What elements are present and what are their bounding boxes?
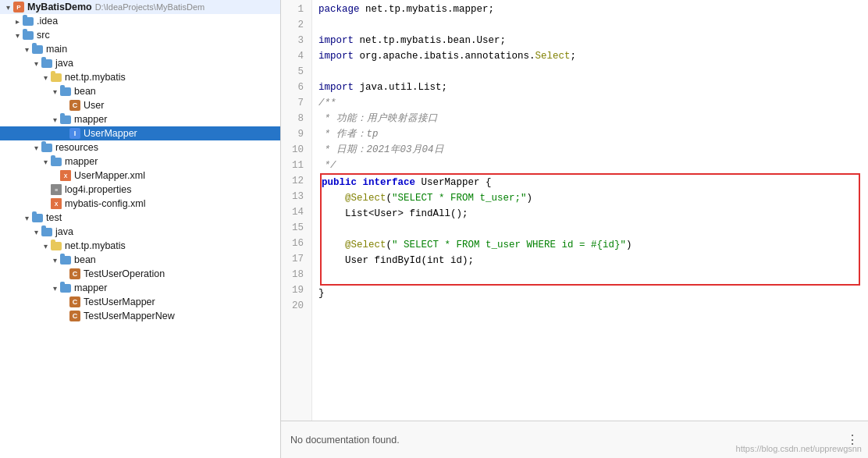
sidebar-item-mapper[interactable]: ▾mapper bbox=[0, 112, 280, 126]
code-line-17: User findById(int id); bbox=[322, 253, 859, 268]
sidebar-item-mybatis_config[interactable]: Xmybatis-config.xml bbox=[0, 197, 280, 211]
sidebar-item-UserMapper_xml[interactable]: XUserMapper.xml bbox=[0, 169, 280, 183]
tree-arrow-java: ▾ bbox=[31, 59, 41, 68]
item-label-net_tp_mybatis_test: net.tp.mybatis bbox=[65, 240, 126, 251]
sidebar-item-mapper_test[interactable]: ▾mapper bbox=[0, 281, 280, 295]
line-number-7: 7 bbox=[281, 95, 307, 111]
item-label-TestUserMapperNew: TestUserMapperNew bbox=[84, 311, 175, 321]
sidebar-item-resources[interactable]: ▾resources bbox=[0, 140, 280, 154]
sidebar-item-TestUserMapperNew[interactable]: CTestUserMapperNew bbox=[0, 309, 280, 323]
sidebar-item-test_java[interactable]: ▾java bbox=[0, 225, 280, 239]
line-numbers: 1234567891011121314151617181920 bbox=[281, 0, 312, 421]
item-label-test_java: java bbox=[55, 226, 73, 237]
code-line-18 bbox=[322, 268, 859, 284]
item-label-mapper_test: mapper bbox=[74, 282, 107, 293]
line-number-10: 10 bbox=[281, 142, 307, 158]
line-number-1: 1 bbox=[281, 2, 307, 17]
folder-blue-icon bbox=[59, 254, 72, 266]
line-number-2: 2 bbox=[281, 17, 307, 33]
sidebar-item-root[interactable]: ▾PMyBatisDemoD:\IdeaProjects\MyBatisDem bbox=[0, 0, 280, 14]
tree-arrow-mapper_res: ▾ bbox=[41, 158, 50, 166]
item-label-TestUserMapper: TestUserMapper bbox=[84, 296, 155, 307]
watermark: https://blog.csdn.net/upprewgsnn bbox=[736, 444, 862, 453]
folder-blue-icon bbox=[59, 282, 72, 294]
sidebar-item-bean[interactable]: ▾bean bbox=[0, 84, 280, 98]
item-label-resources: resources bbox=[55, 142, 98, 153]
line-number-16: 16 bbox=[281, 236, 307, 251]
sidebar-item-UserMapper[interactable]: IUserMapper bbox=[0, 126, 280, 140]
class-c-icon: C bbox=[69, 310, 81, 322]
code-line-7: /** bbox=[318, 95, 862, 111]
tree-arrow-test: ▾ bbox=[22, 214, 31, 222]
item-label-mybatis_config: mybatis-config.xml bbox=[65, 198, 146, 209]
line-number-14: 14 bbox=[281, 204, 307, 220]
properties-file-icon: ≡ bbox=[50, 183, 62, 196]
folder-blue-icon bbox=[41, 141, 53, 154]
tree-arrow-main: ▾ bbox=[22, 45, 31, 54]
sidebar-item-net_tp_mybatis_test[interactable]: ▾net.tp.mybatis bbox=[0, 239, 280, 253]
line-number-5: 5 bbox=[281, 64, 307, 80]
code-line-19: } bbox=[318, 286, 862, 301]
code-line-16: @Select(" SELECT * FROM t_user WHERE id … bbox=[322, 237, 859, 253]
item-label-UserMapper_xml: UserMapper.xml bbox=[74, 170, 145, 181]
item-label-idea: .idea bbox=[37, 16, 58, 27]
class-c-icon: C bbox=[69, 99, 81, 112]
tree-arrow-mapper_test: ▾ bbox=[50, 284, 59, 293]
sidebar-item-User[interactable]: CUser bbox=[0, 98, 280, 112]
code-line-10: * 日期：2021年03月04日 bbox=[318, 142, 862, 158]
interface-i-icon: I bbox=[69, 127, 81, 140]
line-number-20: 20 bbox=[281, 298, 307, 314]
item-label-mapper: mapper bbox=[74, 114, 107, 125]
item-label-bean_test: bean bbox=[74, 254, 96, 265]
item-label-test: test bbox=[46, 212, 62, 223]
line-number-8: 8 bbox=[281, 111, 307, 126]
line-number-17: 17 bbox=[281, 251, 307, 267]
item-label-mapper_res: mapper bbox=[65, 156, 98, 167]
folder-blue-icon bbox=[31, 211, 44, 224]
sidebar-item-bean_test[interactable]: ▾bean bbox=[0, 253, 280, 267]
code-line-11: */ bbox=[318, 158, 862, 173]
sidebar-item-main[interactable]: ▾main bbox=[0, 42, 280, 56]
code-line-8: * 功能：用户映射器接口 bbox=[318, 111, 862, 126]
code-editor: 1234567891011121314151617181920 package … bbox=[281, 0, 868, 458]
line-number-6: 6 bbox=[281, 80, 307, 95]
xml-file-icon: X bbox=[50, 197, 62, 210]
folder-blue-icon bbox=[50, 155, 62, 168]
tree-arrow-net_tp_mybatis_test: ▾ bbox=[41, 242, 50, 250]
code-line-14: List<User> findAll(); bbox=[322, 206, 859, 222]
tree-arrow-resources: ▾ bbox=[31, 144, 41, 152]
sidebar-item-mapper_res[interactable]: ▾mapper bbox=[0, 154, 280, 169]
code-line-6: import java.util.List; bbox=[318, 80, 862, 95]
item-label-TestUserOperation: TestUserOperation bbox=[84, 268, 165, 279]
tree-arrow-bean_test: ▾ bbox=[50, 256, 59, 265]
item-label-bean: bean bbox=[74, 86, 96, 97]
item-label-src: src bbox=[37, 30, 50, 41]
doc-text: No documentation found. bbox=[290, 435, 400, 446]
item-label-java: java bbox=[55, 58, 73, 69]
sidebar-item-java[interactable]: ▾java bbox=[0, 56, 280, 70]
xml-file-icon: X bbox=[59, 169, 72, 182]
sidebar-item-idea[interactable]: ▸.idea bbox=[0, 14, 280, 28]
line-number-18: 18 bbox=[281, 267, 307, 282]
line-number-3: 3 bbox=[281, 33, 307, 48]
sidebar-item-net_tp_mybatis[interactable]: ▾net.tp.mybatis bbox=[0, 70, 280, 84]
line-number-15: 15 bbox=[281, 220, 307, 236]
code-line-13: @Select("SELECT * FROM t_user;") bbox=[322, 190, 859, 206]
folder-blue-icon bbox=[31, 43, 44, 55]
sidebar-item-log4j[interactable]: ≡log4i.properties bbox=[0, 183, 280, 197]
line-number-4: 4 bbox=[281, 48, 307, 64]
project-icon: P bbox=[12, 1, 25, 13]
item-label-main: main bbox=[46, 44, 67, 55]
sidebar-item-TestUserMapper[interactable]: CTestUserMapper bbox=[0, 295, 280, 309]
tree-arrow-root: ▾ bbox=[3, 3, 12, 12]
code-line-9: * 作者：tp bbox=[318, 126, 862, 142]
sidebar-item-src[interactable]: ▾src bbox=[0, 28, 280, 42]
sidebar-item-test[interactable]: ▾test bbox=[0, 211, 280, 225]
code-line-12: public interface UserMapper { bbox=[322, 175, 859, 190]
file-tree[interactable]: ▾PMyBatisDemoD:\IdeaProjects\MyBatisDem▸… bbox=[0, 0, 281, 458]
code-content[interactable]: package net.tp.mybatis.mapper; import ne… bbox=[312, 0, 868, 421]
folder-blue-icon bbox=[41, 57, 53, 69]
sidebar-item-TestUserOperation[interactable]: CTestUserOperation bbox=[0, 267, 280, 281]
item-label-root: MyBatisDemo bbox=[27, 2, 92, 12]
code-line-20 bbox=[318, 301, 862, 317]
